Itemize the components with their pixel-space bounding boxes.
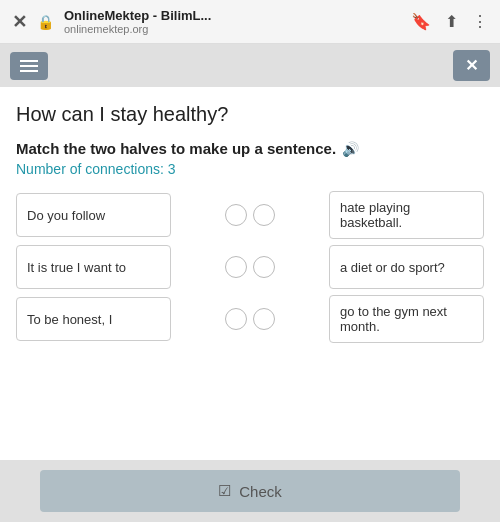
check-label: Check [239, 483, 282, 500]
hamburger-button[interactable] [10, 52, 48, 80]
lock-icon: 🔒 [37, 14, 54, 30]
site-info: OnlineMektep - BilimL... onlinemektep.or… [64, 8, 401, 35]
check-icon: ☑ [218, 482, 231, 500]
radio-right-2[interactable] [253, 256, 275, 278]
browser-bar: ✕ 🔒 OnlineMektep - BilimL... onlinemekte… [0, 0, 500, 44]
check-area: ☑ Check [0, 460, 500, 522]
more-icon[interactable]: ⋮ [472, 12, 488, 31]
radio-right-3[interactable] [253, 308, 275, 330]
app-toolbar: ✕ [0, 44, 500, 87]
radio-group-1 [171, 204, 329, 226]
radio-group-2 [171, 256, 329, 278]
right-phrase-3: go to the gym next month. [329, 295, 484, 343]
browser-close-icon[interactable]: ✕ [12, 11, 27, 33]
check-button[interactable]: ☑ Check [40, 470, 460, 512]
radio-left-3[interactable] [225, 308, 247, 330]
radio-right-1[interactable] [253, 204, 275, 226]
page-title: How can I stay healthy? [16, 103, 484, 126]
bookmark-icon[interactable]: 🔖 [411, 12, 431, 31]
left-phrase-2: It is true I want to [16, 245, 171, 289]
browser-icons: 🔖 ⬆ ⋮ [411, 12, 488, 31]
page-content: How can I stay healthy? Match the two ha… [0, 87, 500, 429]
close-button[interactable]: ✕ [453, 50, 490, 81]
table-row: Do you follow hate playing basketball. [16, 191, 484, 239]
radio-left-1[interactable] [225, 204, 247, 226]
matching-area: Do you follow hate playing basketball. I… [16, 191, 484, 343]
speaker-icon[interactable]: 🔊 [342, 141, 359, 157]
table-row: To be honest, I go to the gym next month… [16, 295, 484, 343]
radio-group-3 [171, 308, 329, 330]
right-phrase-1: hate playing basketball. [329, 191, 484, 239]
share-icon[interactable]: ⬆ [445, 12, 458, 31]
right-phrase-2: a diet or do sport? [329, 245, 484, 289]
left-phrase-3: To be honest, I [16, 297, 171, 341]
instruction-text: Match the two halves to make up a senten… [16, 140, 484, 157]
site-url: onlinemektep.org [64, 23, 401, 35]
left-phrase-1: Do you follow [16, 193, 171, 237]
instruction-label: Match the two halves to make up a senten… [16, 140, 336, 157]
site-title: OnlineMektep - BilimL... [64, 8, 401, 23]
connections-count: Number of connections: 3 [16, 161, 484, 177]
radio-left-2[interactable] [225, 256, 247, 278]
table-row: It is true I want to a diet or do sport? [16, 245, 484, 289]
